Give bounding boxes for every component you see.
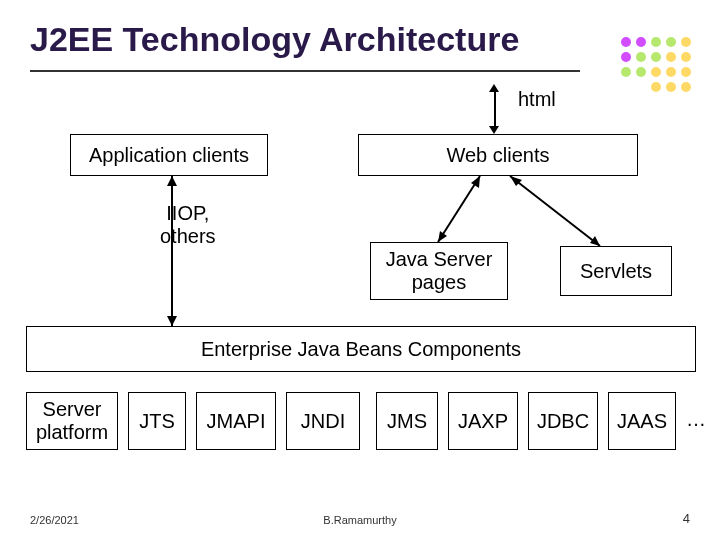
svg-line-24 xyxy=(510,176,600,246)
svg-point-10 xyxy=(621,67,631,77)
svg-point-8 xyxy=(666,52,676,62)
svg-marker-26 xyxy=(590,236,600,246)
jsp-box: Java Server pages xyxy=(370,242,508,300)
svg-point-0 xyxy=(621,37,631,47)
jdbc-box: JDBC xyxy=(528,392,598,450)
jmapi-box: JMAPI xyxy=(196,392,276,450)
svg-point-6 xyxy=(636,52,646,62)
jaas-box: JAAS xyxy=(608,392,676,450)
svg-marker-20 xyxy=(167,316,177,326)
web-clients-box: Web clients xyxy=(358,134,638,176)
svg-point-17 xyxy=(681,82,691,92)
html-label: html xyxy=(518,88,556,111)
servlets-box: Servlets xyxy=(560,246,672,296)
svg-point-11 xyxy=(636,67,646,77)
jndi-box: JNDI xyxy=(286,392,360,450)
arrow-html-down xyxy=(489,126,499,134)
svg-point-9 xyxy=(681,52,691,62)
svg-point-15 xyxy=(651,82,661,92)
svg-marker-23 xyxy=(438,231,447,242)
svg-marker-22 xyxy=(471,176,480,188)
svg-point-3 xyxy=(666,37,676,47)
jms-box: JMS xyxy=(376,392,438,450)
title-underline xyxy=(30,70,580,72)
svg-marker-25 xyxy=(510,176,522,186)
svg-point-1 xyxy=(636,37,646,47)
dots-logo-icon xyxy=(616,32,696,92)
footer-author: B.Ramamurthy xyxy=(323,514,396,526)
slide: J2EE Technology Architecture html xyxy=(0,0,720,540)
svg-point-2 xyxy=(651,37,661,47)
jaxp-box: JAXP xyxy=(448,392,518,450)
application-clients-box: Application clients xyxy=(70,134,268,176)
arrow-html-up xyxy=(489,84,499,92)
server-platform-box: Server platform xyxy=(26,392,118,450)
iiop-label: IIOP, others xyxy=(160,202,216,248)
jts-box: JTS xyxy=(128,392,186,450)
ejb-box: Enterprise Java Beans Components xyxy=(26,326,696,372)
svg-point-14 xyxy=(681,67,691,77)
svg-point-12 xyxy=(651,67,661,77)
svg-point-7 xyxy=(651,52,661,62)
svg-point-13 xyxy=(666,67,676,77)
svg-marker-19 xyxy=(167,176,177,186)
svg-point-16 xyxy=(666,82,676,92)
footer-date: 2/26/2021 xyxy=(30,514,79,526)
svg-line-21 xyxy=(438,176,480,242)
arrow-html-line xyxy=(494,90,496,126)
svg-point-5 xyxy=(621,52,631,62)
svg-point-4 xyxy=(681,37,691,47)
ellipsis-label: … xyxy=(686,408,706,431)
slide-title: J2EE Technology Architecture xyxy=(30,20,519,59)
footer-page: 4 xyxy=(683,511,690,526)
